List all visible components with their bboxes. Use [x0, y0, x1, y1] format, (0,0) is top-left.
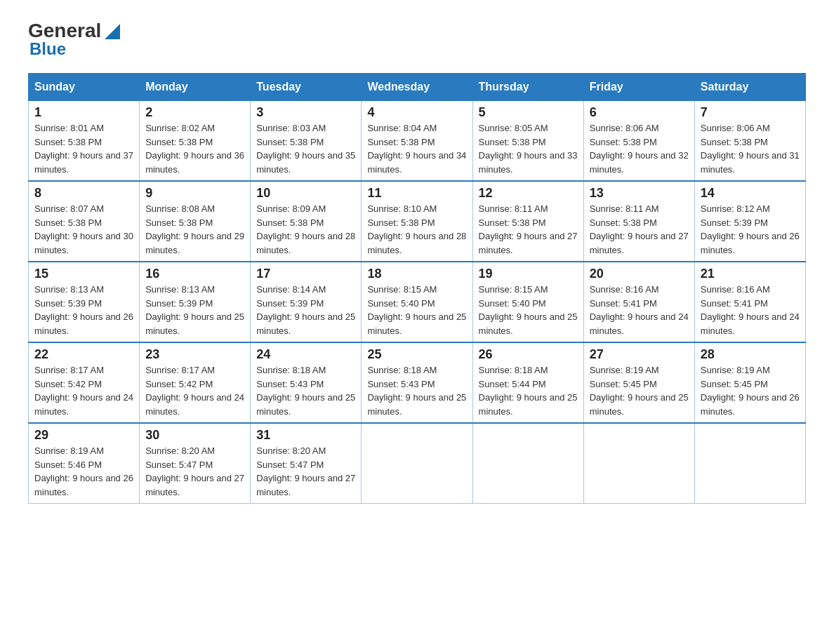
day-info: Sunrise: 8:17 AMSunset: 5:42 PMDaylight:…	[34, 363, 133, 418]
day-number: 18	[367, 267, 466, 281]
day-info: Sunrise: 8:04 AMSunset: 5:38 PMDaylight:…	[367, 121, 466, 176]
day-number: 23	[145, 347, 244, 362]
day-number: 30	[145, 428, 244, 443]
day-number: 25	[367, 347, 466, 362]
day-info: Sunrise: 8:11 AMSunset: 5:38 PMDaylight:…	[590, 202, 689, 257]
day-info: Sunrise: 8:16 AMSunset: 5:41 PMDaylight:…	[701, 283, 800, 337]
day-info: Sunrise: 8:02 AMSunset: 5:38 PMDaylight:…	[145, 121, 244, 176]
day-info: Sunrise: 8:07 AMSunset: 5:38 PMDaylight:…	[34, 202, 133, 257]
day-number: 12	[479, 186, 578, 201]
calendar-cell	[472, 423, 583, 504]
day-info: Sunrise: 8:18 AMSunset: 5:43 PMDaylight:…	[256, 363, 355, 418]
calendar-cell: 13Sunrise: 8:11 AMSunset: 5:38 PMDayligh…	[583, 181, 694, 262]
day-number: 4	[367, 105, 466, 120]
day-info: Sunrise: 8:18 AMSunset: 5:44 PMDaylight:…	[479, 363, 578, 418]
weekday-header-saturday: Saturday	[694, 74, 805, 101]
calendar-cell: 12Sunrise: 8:11 AMSunset: 5:38 PMDayligh…	[472, 181, 583, 262]
day-info: Sunrise: 8:15 AMSunset: 5:40 PMDaylight:…	[479, 283, 578, 337]
calendar-cell: 18Sunrise: 8:15 AMSunset: 5:40 PMDayligh…	[362, 262, 472, 342]
day-info: Sunrise: 8:19 AMSunset: 5:45 PMDaylight:…	[590, 363, 689, 418]
weekday-header-friday: Friday	[583, 74, 694, 101]
day-info: Sunrise: 8:06 AMSunset: 5:38 PMDaylight:…	[590, 121, 689, 176]
day-number: 3	[256, 105, 355, 120]
day-info: Sunrise: 8:09 AMSunset: 5:38 PMDaylight:…	[256, 202, 355, 257]
day-info: Sunrise: 8:18 AMSunset: 5:43 PMDaylight:…	[367, 363, 466, 418]
weekday-header-thursday: Thursday	[472, 74, 583, 101]
calendar-cell	[362, 423, 472, 504]
calendar-cell: 30Sunrise: 8:20 AMSunset: 5:47 PMDayligh…	[140, 423, 251, 504]
calendar-cell: 31Sunrise: 8:20 AMSunset: 5:47 PMDayligh…	[251, 423, 362, 504]
day-number: 11	[367, 186, 466, 201]
day-number: 1	[34, 105, 133, 120]
logo-text-general: General	[28, 21, 101, 41]
calendar-cell: 24Sunrise: 8:18 AMSunset: 5:43 PMDayligh…	[251, 342, 362, 423]
day-number: 29	[34, 428, 133, 443]
calendar-cell: 28Sunrise: 8:19 AMSunset: 5:45 PMDayligh…	[694, 342, 805, 423]
calendar-cell: 27Sunrise: 8:19 AMSunset: 5:45 PMDayligh…	[583, 342, 694, 423]
day-info: Sunrise: 8:19 AMSunset: 5:45 PMDaylight:…	[701, 363, 800, 418]
day-info: Sunrise: 8:15 AMSunset: 5:40 PMDaylight:…	[367, 283, 466, 337]
day-info: Sunrise: 8:08 AMSunset: 5:38 PMDaylight:…	[145, 202, 244, 257]
calendar-table: SundayMondayTuesdayWednesdayThursdayFrid…	[28, 73, 806, 504]
day-number: 14	[701, 186, 800, 201]
calendar-cell: 5Sunrise: 8:05 AMSunset: 5:38 PMDaylight…	[472, 101, 583, 182]
day-number: 2	[145, 105, 244, 120]
day-info: Sunrise: 8:14 AMSunset: 5:39 PMDaylight:…	[256, 283, 355, 337]
day-info: Sunrise: 8:06 AMSunset: 5:38 PMDaylight:…	[701, 121, 800, 176]
day-number: 19	[479, 267, 578, 281]
logo-text-blue: Blue	[28, 39, 66, 59]
day-number: 17	[256, 267, 355, 281]
weekday-header-tuesday: Tuesday	[251, 74, 362, 101]
calendar-cell: 17Sunrise: 8:14 AMSunset: 5:39 PMDayligh…	[251, 262, 362, 342]
day-info: Sunrise: 8:12 AMSunset: 5:39 PMDaylight:…	[701, 202, 800, 257]
weekday-header-sunday: Sunday	[29, 74, 140, 101]
calendar-cell: 19Sunrise: 8:15 AMSunset: 5:40 PMDayligh…	[472, 262, 583, 342]
day-info: Sunrise: 8:17 AMSunset: 5:42 PMDaylight:…	[145, 363, 244, 418]
day-info: Sunrise: 8:13 AMSunset: 5:39 PMDaylight:…	[145, 283, 244, 337]
day-info: Sunrise: 8:13 AMSunset: 5:39 PMDaylight:…	[34, 283, 133, 337]
week-row-5: 29Sunrise: 8:19 AMSunset: 5:46 PMDayligh…	[29, 423, 806, 504]
calendar-cell: 4Sunrise: 8:04 AMSunset: 5:38 PMDaylight…	[362, 101, 472, 182]
day-info: Sunrise: 8:05 AMSunset: 5:38 PMDaylight:…	[479, 121, 578, 176]
calendar-header: SundayMondayTuesdayWednesdayThursdayFrid…	[29, 74, 806, 101]
calendar-cell: 21Sunrise: 8:16 AMSunset: 5:41 PMDayligh…	[694, 262, 805, 342]
calendar-cell: 16Sunrise: 8:13 AMSunset: 5:39 PMDayligh…	[140, 262, 251, 342]
day-number: 24	[256, 347, 355, 362]
calendar-cell: 8Sunrise: 8:07 AMSunset: 5:38 PMDaylight…	[29, 181, 140, 262]
day-info: Sunrise: 8:01 AMSunset: 5:38 PMDaylight:…	[34, 121, 133, 176]
calendar-cell: 3Sunrise: 8:03 AMSunset: 5:38 PMDaylight…	[251, 101, 362, 182]
calendar-cell: 25Sunrise: 8:18 AMSunset: 5:43 PMDayligh…	[362, 342, 472, 423]
calendar-cell: 14Sunrise: 8:12 AMSunset: 5:39 PMDayligh…	[694, 181, 805, 262]
day-number: 28	[701, 347, 800, 362]
day-info: Sunrise: 8:11 AMSunset: 5:38 PMDaylight:…	[479, 202, 578, 257]
logo: General Blue	[28, 21, 120, 59]
day-number: 8	[34, 186, 133, 201]
calendar-cell: 1Sunrise: 8:01 AMSunset: 5:38 PMDaylight…	[29, 101, 140, 182]
day-info: Sunrise: 8:19 AMSunset: 5:46 PMDaylight:…	[34, 444, 133, 499]
svg-marker-0	[105, 24, 120, 39]
day-number: 9	[145, 186, 244, 201]
day-number: 13	[590, 186, 689, 201]
calendar-cell: 23Sunrise: 8:17 AMSunset: 5:42 PMDayligh…	[140, 342, 251, 423]
calendar-cell: 15Sunrise: 8:13 AMSunset: 5:39 PMDayligh…	[29, 262, 140, 342]
weekday-header-monday: Monday	[140, 74, 251, 101]
day-number: 22	[34, 347, 133, 362]
day-number: 15	[34, 267, 133, 281]
calendar-cell	[583, 423, 694, 504]
day-info: Sunrise: 8:10 AMSunset: 5:38 PMDaylight:…	[367, 202, 466, 257]
week-row-3: 15Sunrise: 8:13 AMSunset: 5:39 PMDayligh…	[29, 262, 806, 342]
logo-triangle-icon	[105, 24, 120, 39]
calendar-cell: 2Sunrise: 8:02 AMSunset: 5:38 PMDaylight…	[140, 101, 251, 182]
week-row-1: 1Sunrise: 8:01 AMSunset: 5:38 PMDaylight…	[29, 101, 806, 182]
calendar-cell: 26Sunrise: 8:18 AMSunset: 5:44 PMDayligh…	[472, 342, 583, 423]
calendar-cell	[694, 423, 805, 504]
day-number: 26	[479, 347, 578, 362]
calendar-cell: 10Sunrise: 8:09 AMSunset: 5:38 PMDayligh…	[251, 181, 362, 262]
weekday-header-wednesday: Wednesday	[362, 74, 472, 101]
day-number: 31	[256, 428, 355, 443]
day-number: 20	[590, 267, 689, 281]
day-number: 16	[145, 267, 244, 281]
day-number: 7	[701, 105, 800, 120]
day-number: 6	[590, 105, 689, 120]
calendar-cell: 6Sunrise: 8:06 AMSunset: 5:38 PMDaylight…	[583, 101, 694, 182]
